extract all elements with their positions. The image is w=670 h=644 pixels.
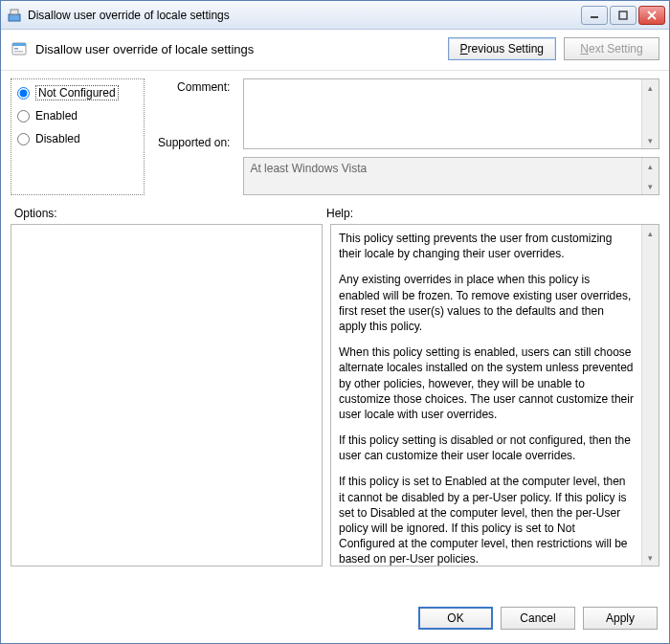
svg-rect-7 <box>12 43 26 46</box>
policy-title: Disallow user override of locale setting… <box>35 42 448 56</box>
scroll-up-icon: ▴ <box>642 158 659 174</box>
svg-rect-8 <box>14 48 18 50</box>
radio-not-configured[interactable]: Not Configured <box>13 81 142 104</box>
radio-enabled-input[interactable] <box>17 110 30 122</box>
scroll-up-icon[interactable]: ▴ <box>642 225 659 241</box>
help-paragraph: If this policy setting is disabled or no… <box>339 433 634 463</box>
help-label: Help: <box>326 207 658 220</box>
scroll-up-icon[interactable]: ▴ <box>642 79 659 96</box>
state-radio-group: Not Configured Enabled Disabled <box>11 78 145 195</box>
svg-rect-1 <box>11 10 18 14</box>
minimize-button[interactable] <box>581 6 608 25</box>
window-controls <box>581 6 665 25</box>
radio-not-configured-input[interactable] <box>17 87 30 100</box>
panel-labels: Options: Help: <box>1 195 669 224</box>
svg-rect-9 <box>14 51 23 53</box>
scroll-down-icon[interactable]: ▾ <box>642 132 659 148</box>
maximize-button[interactable] <box>610 6 636 25</box>
dialog-buttons: OK Cancel Apply <box>1 595 669 643</box>
supported-on-label: Supported on: <box>158 136 230 149</box>
config-area: Not Configured Enabled Disabled Comment:… <box>1 71 669 195</box>
options-panel <box>11 224 323 566</box>
help-paragraph: Any existing overrides in place when thi… <box>339 272 634 334</box>
comment-textarea[interactable]: ▴ ▾ <box>243 78 659 149</box>
ok-button[interactable]: OK <box>418 607 493 630</box>
radio-disabled-label: Disabled <box>35 132 80 145</box>
apply-button[interactable]: Apply <box>583 607 658 630</box>
scroll-down-icon[interactable]: ▾ <box>642 549 659 566</box>
next-setting-button: Next Setting <box>564 37 659 60</box>
supported-on-field: At least Windows Vista ▴ ▾ <box>243 157 659 195</box>
svg-rect-3 <box>619 11 627 19</box>
field-labels: Comment: Supported on: <box>158 78 230 195</box>
svg-rect-0 <box>9 14 20 21</box>
help-panel: This policy setting prevents the user fr… <box>330 224 659 566</box>
options-label: Options: <box>14 207 326 220</box>
help-paragraph: If this policy is set to Enabled at the … <box>339 474 634 566</box>
cancel-button[interactable]: Cancel <box>501 607 575 630</box>
help-scrollbar[interactable]: ▴ ▾ <box>641 225 659 566</box>
help-paragraph: When this policy setting is enabled, use… <box>339 344 634 422</box>
radio-disabled-input[interactable] <box>17 133 30 145</box>
scroll-down-icon: ▾ <box>642 178 659 194</box>
window-title: Disallow user override of locale setting… <box>28 9 581 22</box>
panels-row: This policy setting prevents the user fr… <box>1 224 669 595</box>
radio-not-configured-label: Not Configured <box>35 85 119 100</box>
policy-icon <box>11 40 28 57</box>
comment-scrollbar[interactable]: ▴ ▾ <box>641 79 659 148</box>
previous-setting-button[interactable]: Previous Setting <box>448 37 556 60</box>
close-button[interactable] <box>638 6 665 25</box>
radio-enabled-label: Enabled <box>35 109 78 122</box>
field-values: ▴ ▾ At least Windows Vista ▴ ▾ <box>243 78 659 195</box>
supported-on-value: At least Windows Vista <box>244 158 641 194</box>
app-icon <box>7 8 22 23</box>
radio-disabled[interactable]: Disabled <box>13 127 142 150</box>
titlebar[interactable]: Disallow user override of locale setting… <box>1 1 669 30</box>
help-text: This policy setting prevents the user fr… <box>331 225 641 566</box>
help-paragraph: This policy setting prevents the user fr… <box>339 231 634 261</box>
gpo-editor-window: Disallow user override of locale setting… <box>0 0 670 644</box>
supported-scrollbar: ▴ ▾ <box>641 158 659 194</box>
header-row: Disallow user override of locale setting… <box>1 30 669 71</box>
radio-enabled[interactable]: Enabled <box>13 104 142 127</box>
comment-label: Comment: <box>158 80 230 94</box>
comment-content <box>244 79 641 148</box>
